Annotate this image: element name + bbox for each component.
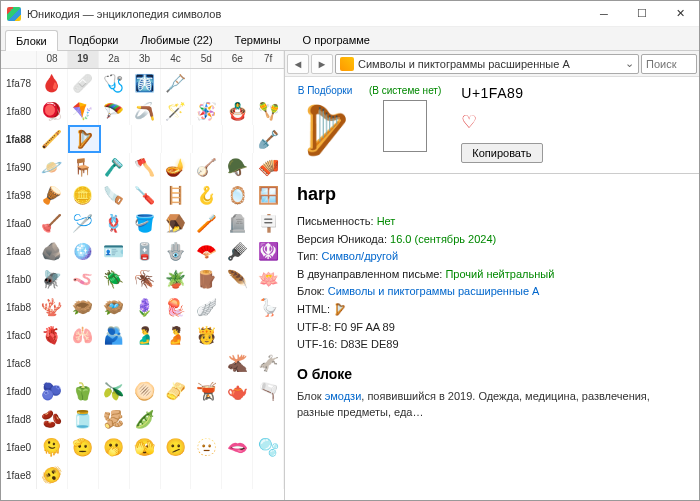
glyph-cell[interactable] xyxy=(37,349,68,377)
glyph-cell[interactable] xyxy=(222,405,253,433)
glyph-cell[interactable]: 🫏 xyxy=(253,349,284,377)
glyph-cell[interactable] xyxy=(161,461,192,489)
glyph-cell[interactable]: 🫙 xyxy=(68,405,99,433)
glyph-cell[interactable]: 🪪 xyxy=(99,237,130,265)
add-collection-link[interactable]: В Подборки xyxy=(298,85,353,96)
glyph-cell[interactable]: 🪃 xyxy=(130,97,161,125)
glyph-cell[interactable]: 🪄 xyxy=(161,97,192,125)
glyph-cell[interactable] xyxy=(191,461,222,489)
glyph-cell[interactable]: 🫡 xyxy=(68,433,99,461)
glyph-cell[interactable] xyxy=(222,461,253,489)
glyph-cell[interactable]: 🫘 xyxy=(37,405,68,433)
glyph-cell[interactable] xyxy=(191,349,222,377)
glyph-cell[interactable] xyxy=(101,125,132,153)
glyph-cell[interactable]: 🫀 xyxy=(37,321,68,349)
glyph-cell[interactable] xyxy=(253,321,284,349)
glyph-cell[interactable] xyxy=(222,69,253,97)
glyph-cell[interactable]: 🪮 xyxy=(222,237,253,265)
glyph-cell[interactable]: 🩸 xyxy=(37,69,68,97)
glyph-cell[interactable]: 🫓 xyxy=(130,377,161,405)
glyph-cell[interactable]: 🪚 xyxy=(99,181,130,209)
glyph-cell[interactable]: 🪣 xyxy=(130,209,161,237)
glyph-cell[interactable]: 🪆 xyxy=(222,97,253,125)
emoji-link[interactable]: эмодзи xyxy=(325,390,362,402)
favorite-icon[interactable]: ♡ xyxy=(461,111,477,133)
glyph-cell[interactable]: 🪢 xyxy=(99,209,130,237)
glyph-cell[interactable]: 🪻 xyxy=(130,293,161,321)
glyph-cell[interactable]: 🪴 xyxy=(161,265,192,293)
glyph-cell[interactable]: 🫢 xyxy=(99,433,130,461)
glyph-cell[interactable]: 🫗 xyxy=(253,377,284,405)
nav-fwd-button[interactable]: ► xyxy=(311,54,333,74)
glyph-cell[interactable]: 🪤 xyxy=(161,209,192,237)
glyph-cell[interactable]: 🪏 xyxy=(254,125,285,153)
glyph-cell[interactable]: 🫎 xyxy=(222,349,253,377)
glyph-cell[interactable]: 🩼 xyxy=(161,69,192,97)
glyph-cell[interactable]: 🪒 xyxy=(99,153,130,181)
glyph-cell[interactable]: 🫅 xyxy=(191,321,222,349)
col-header-6[interactable]: 5d xyxy=(191,51,222,68)
block-combo[interactable]: Символы и пиктограммы расширенные A ⌄ xyxy=(335,54,639,74)
glyph-cell[interactable]: 🫖 xyxy=(222,377,253,405)
glyph-cell[interactable]: 🫒 xyxy=(99,377,130,405)
glyph-cell[interactable]: 🪯 xyxy=(253,237,284,265)
glyph-cell[interactable] xyxy=(132,125,163,153)
glyph-cell[interactable]: 🪩 xyxy=(68,237,99,265)
glyph-grid[interactable]: 1fa78🩸🩹🩺🩻🩼1fa80🪀🪁🪂🪃🪄🪅🪆🪇1fa88🪈🪉🪏1fa90🪐🪑🪒🪓… xyxy=(1,69,284,500)
glyph-cell[interactable] xyxy=(99,349,130,377)
glyph-cell[interactable]: 🩹 xyxy=(68,69,99,97)
glyph-cell[interactable]: 🪥 xyxy=(191,209,222,237)
glyph-cell[interactable] xyxy=(191,69,222,97)
glyph-cell[interactable]: 🪱 xyxy=(68,265,99,293)
tab-2[interactable]: Любимые (22) xyxy=(129,29,223,50)
col-header-3[interactable]: 2a xyxy=(99,51,130,68)
col-header-7[interactable]: 6e xyxy=(222,51,253,68)
glyph-cell[interactable]: 🫨 xyxy=(37,461,68,489)
glyph-cell[interactable]: 🫥 xyxy=(191,433,222,461)
glyph-cell[interactable]: 🫃 xyxy=(130,321,161,349)
glyph-cell[interactable]: 🪿 xyxy=(253,293,284,321)
tab-0[interactable]: Блоки xyxy=(5,30,58,51)
glyph-cell[interactable] xyxy=(130,349,161,377)
glyph-cell[interactable]: 🪫 xyxy=(130,237,161,265)
col-header-0[interactable] xyxy=(1,51,37,68)
glyph-cell[interactable]: 🪑 xyxy=(68,153,99,181)
glyph-cell[interactable]: 🫚 xyxy=(99,405,130,433)
col-header-8[interactable]: 7f xyxy=(253,51,284,68)
tab-3[interactable]: Термины xyxy=(224,29,292,50)
glyph-cell[interactable] xyxy=(253,461,284,489)
glyph-cell[interactable] xyxy=(222,293,253,321)
glyph-cell[interactable]: 🪙 xyxy=(68,181,99,209)
glyph-cell[interactable]: 🪵 xyxy=(191,265,222,293)
glyph-cell[interactable] xyxy=(223,125,254,153)
nav-back-button[interactable]: ◄ xyxy=(287,54,309,74)
glyph-cell[interactable]: 🩻 xyxy=(130,69,161,97)
tab-4[interactable]: О программе xyxy=(292,29,381,50)
glyph-cell[interactable]: 🪦 xyxy=(222,209,253,237)
glyph-cell[interactable] xyxy=(191,405,222,433)
col-header-5[interactable]: 4c xyxy=(161,51,192,68)
glyph-cell[interactable]: 🫤 xyxy=(161,433,192,461)
glyph-cell[interactable] xyxy=(162,125,193,153)
glyph-cell[interactable]: 🪧 xyxy=(253,209,284,237)
glyph-cell[interactable]: 🪬 xyxy=(161,237,192,265)
glyph-cell[interactable]: 🪔 xyxy=(161,153,192,181)
glyph-cell[interactable]: 🪼 xyxy=(161,293,192,321)
col-header-1[interactable]: 08 xyxy=(37,51,68,68)
glyph-cell[interactable]: 🪨 xyxy=(37,237,68,265)
glyph-cell[interactable]: 🫂 xyxy=(99,321,130,349)
glyph-cell[interactable] xyxy=(130,461,161,489)
glyph-cell[interactable] xyxy=(68,461,99,489)
glyph-cell[interactable]: 🫐 xyxy=(37,377,68,405)
glyph-cell[interactable]: 🫑 xyxy=(68,377,99,405)
glyph-cell[interactable]: 🪸 xyxy=(37,293,68,321)
glyph-cell[interactable]: 🪂 xyxy=(99,97,130,125)
glyph-cell[interactable] xyxy=(68,349,99,377)
glyph-cell[interactable] xyxy=(99,461,130,489)
glyph-cell[interactable]: 🪲 xyxy=(99,265,130,293)
glyph-cell[interactable]: 🫛 xyxy=(130,405,161,433)
glyph-cell[interactable]: 🪡 xyxy=(68,209,99,237)
glyph-cell[interactable]: 🪇 xyxy=(253,97,284,125)
glyph-cell[interactable]: 🪓 xyxy=(130,153,161,181)
glyph-cell[interactable]: 🫦 xyxy=(222,433,253,461)
